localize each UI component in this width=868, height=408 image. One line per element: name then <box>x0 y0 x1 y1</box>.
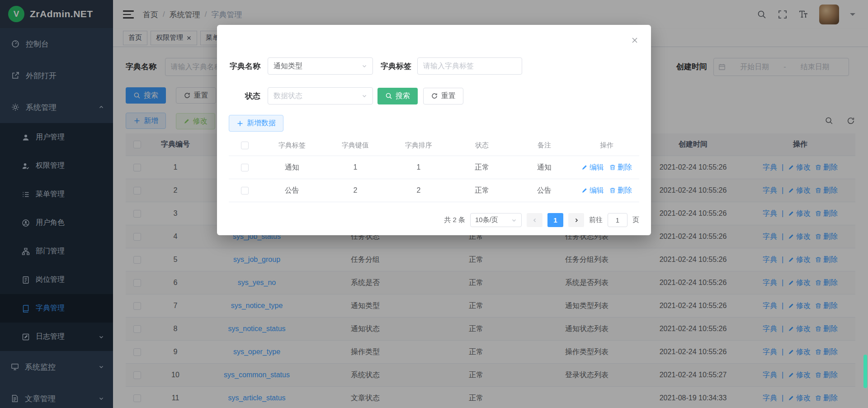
row-delete-link[interactable]: 删除 <box>609 186 632 195</box>
delete-label: 删除 <box>618 163 632 172</box>
scrollbar-thumb[interactable] <box>863 355 867 388</box>
column-header: 字典标签 <box>260 141 324 150</box>
dict-data-remark: 公告 <box>514 186 575 195</box>
row-delete-link[interactable]: 删除 <box>609 163 632 172</box>
prev-page-button[interactable] <box>527 213 542 227</box>
delete-label: 删除 <box>618 186 632 195</box>
row-checkbox[interactable] <box>241 164 249 171</box>
dict-name-select[interactable]: 通知类型 <box>268 57 373 75</box>
page-size-select[interactable]: 10条/页 <box>470 213 522 227</box>
add-data-button[interactable]: 新增数据 <box>229 115 283 132</box>
edit-label: 编辑 <box>590 186 604 195</box>
row-edit-link[interactable]: 编辑 <box>581 163 604 172</box>
column-header: 字典键值 <box>324 141 387 150</box>
selected-value: 通知类型 <box>274 62 302 71</box>
dict-label-input[interactable] <box>417 57 522 75</box>
row-actions: 编辑 删除 <box>575 186 638 195</box>
chevron-down-icon <box>362 93 367 99</box>
column-header: 操作 <box>575 141 638 150</box>
select-all-checkbox[interactable] <box>241 142 249 149</box>
goto-page-input[interactable] <box>608 213 627 227</box>
dialog-table-body: 通知 1 1 正常 通知 编辑 删除 公告 2 <box>229 156 639 202</box>
dialog-reset-button[interactable]: 重置 <box>423 88 463 104</box>
dict-data-status: 正常 <box>450 186 514 195</box>
page-unit-label: 页 <box>632 216 639 224</box>
search-button-label: 搜索 <box>396 91 410 101</box>
dict-data-dialog: 字典名称 通知类型 字典标签 状态 数据状态 搜索 <box>217 25 651 235</box>
dict-data-label: 通知 <box>260 163 324 172</box>
status-label: 状态 <box>229 91 260 101</box>
dict-data-label: 公告 <box>260 186 324 195</box>
dialog-body: 字典名称 通知类型 字典标签 状态 数据状态 搜索 <box>217 25 651 227</box>
column-header: 备注 <box>514 141 575 150</box>
pagination-total: 共 2 条 <box>444 216 465 224</box>
table-row: 公告 2 2 正常 公告 编辑 删除 <box>229 179 639 202</box>
dict-data-remark: 通知 <box>514 163 575 172</box>
table-row: 通知 1 1 正常 通知 编辑 删除 <box>229 156 639 179</box>
dict-label-label: 字典标签 <box>380 61 411 71</box>
add-data-button-label: 新增数据 <box>247 119 276 128</box>
page-size-value: 10条/页 <box>475 216 498 224</box>
edit-label: 编辑 <box>590 163 604 172</box>
row-actions: 编辑 删除 <box>575 163 638 172</box>
goto-label: 前往 <box>589 216 603 224</box>
dialog-table-header: 字典标签 字典键值 字典排序 状态 备注 操作 <box>229 135 639 156</box>
select-placeholder: 数据状态 <box>274 91 302 101</box>
dict-data-status: 正常 <box>450 163 514 172</box>
dict-name-label: 字典名称 <box>229 61 260 71</box>
dict-data-value: 2 <box>324 186 387 195</box>
dict-data-sort: 1 <box>387 163 450 171</box>
dialog-form-row-1: 字典名称 通知类型 字典标签 <box>229 57 639 75</box>
chevron-down-icon <box>362 63 367 69</box>
row-edit-link[interactable]: 编辑 <box>581 186 604 195</box>
chevron-down-icon <box>511 218 517 223</box>
column-header: 状态 <box>450 141 514 150</box>
dialog-form-row-2: 状态 数据状态 搜索 重置 <box>229 87 639 104</box>
next-page-button[interactable] <box>568 213 584 227</box>
dialog-query-buttons: 搜索 重置 <box>377 88 463 104</box>
column-header: 字典排序 <box>387 141 450 150</box>
close-icon[interactable] <box>631 37 638 44</box>
dialog-add-row: 新增数据 <box>229 115 639 132</box>
current-page-button[interactable]: 1 <box>547 213 563 227</box>
dict-data-value: 1 <box>324 163 387 171</box>
dialog-search-button[interactable]: 搜索 <box>377 88 418 104</box>
dict-data-sort: 2 <box>387 186 450 195</box>
row-checkbox[interactable] <box>241 187 249 195</box>
pagination: 共 2 条 10条/页 1 前往 页 <box>229 213 639 227</box>
status-select[interactable]: 数据状态 <box>268 87 373 104</box>
reset-button-label: 重置 <box>441 91 456 101</box>
